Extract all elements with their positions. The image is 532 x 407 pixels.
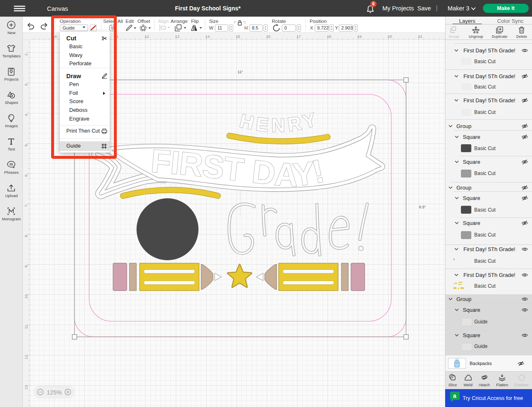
svg-text:14: 14 [205,34,210,39]
svg-text:2: 2 [24,54,28,56]
svg-text:11: 11 [24,325,28,329]
svg-text:12: 12 [145,34,149,39]
svg-text:10: 10 [24,294,28,299]
svg-text:12: 12 [24,355,28,360]
svg-text:13: 13 [24,385,28,390]
svg-text:a: a [453,392,456,399]
svg-text:3: 3 [24,84,28,86]
svg-text:17: 17 [296,34,301,39]
svg-text:18: 18 [327,34,331,39]
svg-text:6: 6 [24,175,28,177]
svg-text:19: 19 [357,34,362,39]
svg-text:16: 16 [266,34,271,39]
svg-text:8: 8 [24,235,28,237]
svg-text:11": 11" [237,69,243,74]
svg-text:7: 7 [24,205,28,207]
svg-text:21: 21 [418,34,423,39]
svg-text:13: 13 [175,34,180,39]
svg-text:20: 20 [388,34,392,39]
svg-text:5: 5 [24,144,28,146]
svg-text:8.5": 8.5" [419,205,426,209]
svg-text:4: 4 [24,114,28,116]
svg-text:15: 15 [236,34,240,39]
svg-text:9: 9 [24,265,28,267]
